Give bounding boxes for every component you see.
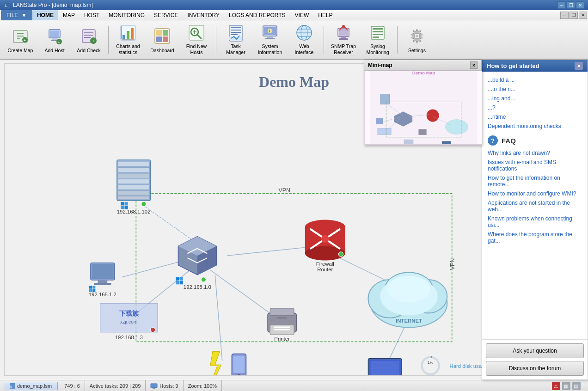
svg-rect-91 bbox=[176, 277, 179, 281]
close-button[interactable]: ✕ bbox=[576, 1, 584, 9]
web-interface-button[interactable]: Web Interface bbox=[288, 23, 321, 57]
svg-text:xzji.com: xzji.com bbox=[120, 319, 137, 324]
svg-rect-174 bbox=[404, 140, 413, 145]
svg-text:Router: Router bbox=[317, 267, 333, 272]
syslog-button[interactable]: Syslog Monitoring bbox=[361, 23, 394, 57]
settings-button[interactable]: Settings bbox=[400, 23, 434, 57]
charts-label: Charts and statistics bbox=[114, 43, 142, 55]
faq-link-4[interactable]: How to monitor and configure WMI? bbox=[488, 189, 582, 198]
file-tab[interactable]: d demo_map.lsm bbox=[4, 382, 58, 390]
menu-view[interactable]: VIEW bbox=[290, 10, 314, 20]
zoom-segment: Zoom: 100% bbox=[184, 380, 222, 391]
svg-rect-128 bbox=[270, 308, 294, 316]
ask-question-button[interactable]: Ask your question bbox=[486, 343, 584, 358]
host-icon: + bbox=[44, 26, 65, 46]
menu-help[interactable]: HELP bbox=[313, 10, 337, 20]
svg-rect-92 bbox=[180, 277, 183, 281]
svg-text:i: i bbox=[269, 30, 270, 33]
svg-line-66 bbox=[227, 246, 318, 256]
help-link-4[interactable]: ...? bbox=[488, 103, 582, 112]
svg-rect-53 bbox=[339, 38, 348, 40]
menu-map[interactable]: MAP bbox=[58, 10, 80, 20]
help-close-icon[interactable]: × bbox=[575, 62, 583, 70]
mini-map: Mini-map × Demo Map bbox=[364, 60, 482, 145]
svg-rect-41 bbox=[267, 36, 273, 38]
zoom-value: Zoom: 100% bbox=[188, 383, 217, 389]
create-map-button[interactable]: + Create Map bbox=[4, 23, 37, 57]
svg-rect-58 bbox=[373, 34, 383, 35]
faq-link-3[interactable]: How to get the information on remote... bbox=[488, 173, 582, 189]
tb-sep-4 bbox=[397, 26, 398, 54]
faq-link-1[interactable]: Why links are not drawn? bbox=[488, 148, 582, 158]
svg-rect-131 bbox=[274, 329, 290, 330]
menu-inventory[interactable]: INVENTORY bbox=[183, 10, 225, 20]
svg-rect-34 bbox=[231, 27, 241, 28]
dashboard-button[interactable]: Dashboard bbox=[146, 23, 179, 57]
svg-rect-35 bbox=[231, 30, 241, 31]
svg-text:Firewall: Firewall bbox=[316, 261, 334, 267]
menu-monitoring[interactable]: MONITORING bbox=[104, 10, 149, 20]
svg-point-43 bbox=[268, 29, 272, 33]
svg-rect-80 bbox=[118, 190, 149, 195]
add-host-button[interactable]: + Add Host bbox=[38, 23, 71, 57]
svg-point-62 bbox=[416, 35, 418, 37]
restore-button[interactable]: ❐ bbox=[567, 1, 575, 9]
svg-rect-167 bbox=[380, 94, 390, 104]
inner-close[interactable]: ✕ bbox=[579, 12, 587, 19]
menu-logs[interactable]: LOGS AND REPORTS bbox=[224, 10, 290, 20]
menu-bar: FILE ▼ HOME MAP HOST MONITORING SERVICE … bbox=[0, 10, 588, 20]
help-link-5[interactable]: ...ntime bbox=[488, 112, 582, 122]
hosts-icon bbox=[150, 383, 158, 389]
svg-point-172 bbox=[445, 120, 468, 134]
help-header: How to get started × bbox=[482, 60, 588, 72]
svg-rect-59 bbox=[373, 37, 379, 38]
menu-host[interactable]: HOST bbox=[80, 10, 104, 20]
dashboard-icon bbox=[152, 26, 172, 46]
discuss-forum-button[interactable]: Discuss on the forum bbox=[486, 361, 584, 376]
faq-link-6[interactable]: Known problems when connecting usi... bbox=[488, 214, 582, 230]
add-check-label: Add Check bbox=[77, 48, 100, 54]
menu-service[interactable]: SERVICE bbox=[149, 10, 183, 20]
inner-restore[interactable]: ❐ bbox=[570, 12, 578, 19]
svg-text:▤: ▤ bbox=[574, 384, 578, 389]
svg-line-67 bbox=[210, 270, 280, 320]
add-check-button[interactable]: + Add Check bbox=[72, 23, 105, 57]
help-link-3[interactable]: ...ing and... bbox=[488, 94, 582, 103]
hosts-value: Hosts: 9 bbox=[159, 383, 178, 389]
mini-map-close-button[interactable]: × bbox=[470, 61, 478, 69]
minimize-button[interactable]: ─ bbox=[557, 1, 566, 9]
task-manager-button[interactable]: Task Manager bbox=[219, 23, 252, 57]
status-icon-1: ⚠ bbox=[552, 382, 560, 390]
svg-text:+: + bbox=[24, 38, 26, 43]
svg-rect-78 bbox=[118, 179, 149, 183]
menu-home[interactable]: HOME bbox=[32, 10, 58, 20]
window-controls[interactable]: ─ ❐ ✕ bbox=[557, 1, 584, 9]
svg-rect-145 bbox=[371, 361, 399, 375]
svg-point-171 bbox=[427, 109, 439, 122]
svg-rect-25 bbox=[163, 30, 168, 36]
inner-minimize[interactable]: ─ bbox=[560, 12, 569, 19]
svg-rect-6 bbox=[50, 31, 59, 37]
check-icon: + bbox=[79, 26, 99, 46]
mini-map-title: Mini-map bbox=[368, 62, 392, 68]
chart-icon bbox=[118, 24, 138, 42]
svg-line-68 bbox=[215, 275, 222, 361]
svg-text:Printer: Printer bbox=[274, 336, 290, 342]
svg-rect-184 bbox=[151, 384, 157, 388]
sys-info-button[interactable]: i System Information bbox=[253, 23, 287, 57]
help-link-6[interactable]: Dependent monitoring checks bbox=[488, 122, 582, 131]
snmp-trap-button[interactable]: SNMP Trap Receiver bbox=[327, 23, 360, 57]
charts-button[interactable]: Charts and statistics bbox=[111, 23, 145, 57]
faq-link-5[interactable]: Applications are not started in the web.… bbox=[488, 198, 582, 214]
faq-link-7[interactable]: Where does the program store the gat... bbox=[488, 230, 582, 245]
menu-file[interactable]: FILE ▼ bbox=[1, 10, 32, 20]
web-icon bbox=[294, 24, 314, 42]
active-tasks-value: Active tasks: 209 | 209 bbox=[90, 383, 141, 389]
svg-text:VPN: VPN bbox=[279, 187, 291, 194]
help-link-1[interactable]: ...build a ... bbox=[488, 75, 582, 85]
find-hosts-label: Find New Hosts bbox=[182, 43, 211, 55]
help-link-2[interactable]: ...to the n... bbox=[488, 85, 582, 94]
faq-link-2[interactable]: Issues with e-mail and SMS notifications bbox=[488, 158, 582, 173]
svg-text:▦: ▦ bbox=[564, 384, 568, 389]
find-hosts-button[interactable]: Find New Hosts bbox=[180, 23, 213, 57]
